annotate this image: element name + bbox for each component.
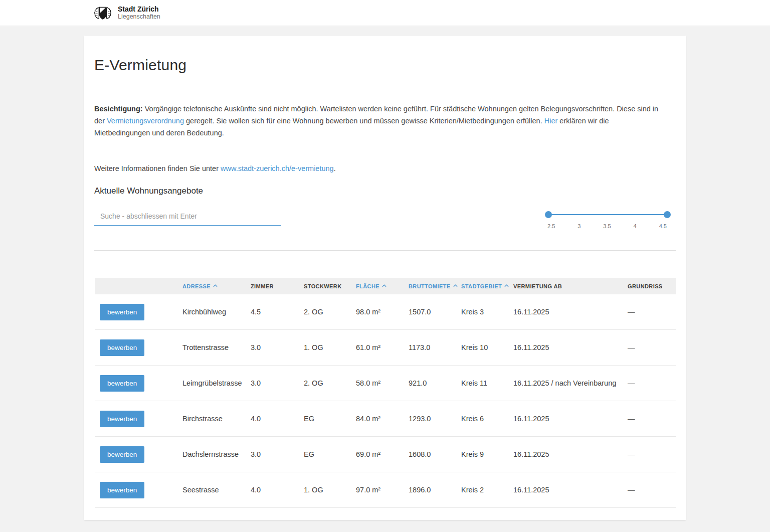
cell-adresse: Trottenstrasse <box>182 343 251 351</box>
bewerben-button[interactable]: bewerben <box>100 375 144 392</box>
cell-flaeche: 58.0 m² <box>356 379 409 387</box>
cell-adresse: Seestrasse <box>182 486 251 494</box>
slider-tick: 4.5 <box>659 223 667 229</box>
header-stadtgebiet[interactable]: STADTGEBIET <box>461 283 513 289</box>
cell-flaeche: 84.0 m² <box>356 415 409 423</box>
cell-zimmer: 3.0 <box>251 450 304 458</box>
cell-zimmer: 4.0 <box>251 486 304 494</box>
cell-stockwerk: 1. OG <box>304 486 356 494</box>
header-zimmer-label: ZIMMER <box>251 283 274 289</box>
cell-stockwerk: 2. OG <box>304 308 356 316</box>
table-row: bewerben Seestrasse 4.0 1. OG 97.0 m² 18… <box>95 472 676 508</box>
brand-name: Stadt Zürich <box>118 5 160 13</box>
zurich-crest-icon <box>92 5 114 21</box>
table-row: bewerben Dachslernstrasse 3.0 EG 69.0 m²… <box>95 437 676 472</box>
section-title-angebote: Aktuelle Wohnungsangebote <box>94 186 676 196</box>
more-info-paragraph: Weitere Informationen finden Sie unter w… <box>94 162 676 174</box>
cell-adresse: Dachslernstrasse <box>182 450 251 458</box>
cell-zimmer: 4.5 <box>251 308 304 316</box>
table-row: bewerben Kirchbühlweg 4.5 2. OG 98.0 m² … <box>95 294 676 330</box>
cell-vermietung-ab: 16.11.2025 <box>513 415 628 423</box>
cell-grundriss: — <box>628 450 676 458</box>
cell-stockwerk: 1. OG <box>304 343 356 351</box>
vermietungsverordnung-link[interactable]: Vermietungsverordnung <box>107 117 184 125</box>
cell-vermietung-ab: 16.11.2025 <box>513 308 628 316</box>
filter-row: 2.5 3 3.5 4 4.5 <box>94 209 676 229</box>
slider-tick: 4 <box>634 223 637 229</box>
rooms-range-slider: 2.5 3 3.5 4 4.5 <box>547 209 667 229</box>
cell-adresse: Leimgrübelstrasse <box>182 379 251 387</box>
cell-grundriss: — <box>628 308 676 316</box>
sort-asc-icon <box>382 284 387 287</box>
intro-paragraph: Besichtigung: Vorgängige telefonische Au… <box>94 103 661 139</box>
cell-vermietung-ab: 16.11.2025 <box>513 486 628 494</box>
cell-stadtgebiet: Kreis 2 <box>461 486 513 494</box>
header-bruttomiete[interactable]: BRUTTOMIETE <box>409 283 461 289</box>
cell-stadtgebiet: Kreis 6 <box>461 415 513 423</box>
header-flaeche[interactable]: FLÄCHE <box>356 283 409 289</box>
cell-grundriss: — <box>628 379 676 387</box>
stadt-zuerich-logo[interactable]: Stadt Zürich Liegenschaften <box>92 5 160 21</box>
header-adresse-label: ADRESSE <box>182 283 211 289</box>
table-header-row: ADRESSE ZIMMER STOCKWERK FLÄCHE BRUTTOMI… <box>95 278 676 294</box>
search-wrap <box>94 209 281 226</box>
cell-bruttomiete: 1293.0 <box>409 415 461 423</box>
header-flaeche-label: FLÄCHE <box>356 283 379 289</box>
cell-flaeche: 69.0 m² <box>356 450 409 458</box>
header-grundriss: GRUNDRISS <box>628 283 676 289</box>
cell-vermietung-ab: 16.11.2025 <box>513 343 628 351</box>
hier-link[interactable]: Hier <box>544 117 558 125</box>
bewerben-button[interactable]: bewerben <box>100 339 144 356</box>
table-row: bewerben Leimgrübelstrasse 3.0 2. OG 58.… <box>95 366 676 401</box>
header-grundriss-label: GRUNDRISS <box>628 283 663 289</box>
header-adresse[interactable]: ADRESSE <box>182 283 251 289</box>
cell-stadtgebiet: Kreis 3 <box>461 308 513 316</box>
bewerben-button[interactable]: bewerben <box>100 304 144 320</box>
header-bruttomiete-label: BRUTTOMIETE <box>409 283 451 289</box>
slider-tick-labels: 2.5 3 3.5 4 4.5 <box>547 223 667 229</box>
slider-tick: 3.5 <box>603 223 611 229</box>
cell-stockwerk: 2. OG <box>304 379 356 387</box>
cell-adresse: Birchstrasse <box>182 415 251 423</box>
offers-table: ADRESSE ZIMMER STOCKWERK FLÄCHE BRUTTOMI… <box>95 278 676 508</box>
table-row: bewerben Trottenstrasse 3.0 1. OG 61.0 m… <box>95 330 676 366</box>
slider-tick: 2.5 <box>547 223 555 229</box>
cell-bruttomiete: 921.0 <box>409 379 461 387</box>
header-vermietung-ab[interactable]: VERMIETUNG AB <box>513 283 628 289</box>
intro-text-2: geregelt. Sie wollen sich für eine Wohnu… <box>184 117 544 125</box>
cell-grundriss: — <box>628 415 676 423</box>
page-title: E-Vermietung <box>94 57 676 74</box>
cell-flaeche: 98.0 m² <box>356 308 409 316</box>
bewerben-button[interactable]: bewerben <box>100 482 144 498</box>
sort-asc-icon <box>453 284 458 287</box>
cell-stadtgebiet: Kreis 10 <box>461 343 513 351</box>
e-vermietung-url-link[interactable]: www.stadt-zuerich.ch/e-vermietung <box>221 164 334 172</box>
cell-stockwerk: EG <box>304 415 356 423</box>
brand-department: Liegenschaften <box>118 13 160 20</box>
sort-asc-icon <box>213 284 218 287</box>
cell-flaeche: 97.0 m² <box>356 486 409 494</box>
more-info-suffix: . <box>334 164 336 172</box>
slider-handle-max[interactable] <box>664 211 671 218</box>
bewerben-button[interactable]: bewerben <box>100 446 144 463</box>
cell-bruttomiete: 1173.0 <box>409 343 461 351</box>
header-zimmer[interactable]: ZIMMER <box>251 283 304 289</box>
cell-stockwerk: EG <box>304 450 356 458</box>
bewerben-button[interactable]: bewerben <box>100 411 144 427</box>
cell-vermietung-ab: 16.11.2025 <box>513 450 628 458</box>
table-row: bewerben Birchstrasse 4.0 EG 84.0 m² 129… <box>95 401 676 437</box>
cell-bruttomiete: 1608.0 <box>409 450 461 458</box>
cell-stadtgebiet: Kreis 11 <box>461 379 513 387</box>
sort-asc-icon <box>504 284 509 287</box>
header-vermietung-ab-label: VERMIETUNG AB <box>513 283 562 289</box>
slider-track[interactable] <box>547 214 667 215</box>
cell-grundriss: — <box>628 486 676 494</box>
cell-bruttomiete: 1507.0 <box>409 308 461 316</box>
cell-adresse: Kirchbühlweg <box>182 308 251 316</box>
slider-handle-min[interactable] <box>545 211 552 218</box>
search-input[interactable] <box>94 209 281 226</box>
cell-zimmer: 3.0 <box>251 379 304 387</box>
cell-zimmer: 3.0 <box>251 343 304 351</box>
header-stockwerk[interactable]: STOCKWERK <box>304 283 356 289</box>
intro-bold-label: Besichtigung: <box>94 105 143 113</box>
